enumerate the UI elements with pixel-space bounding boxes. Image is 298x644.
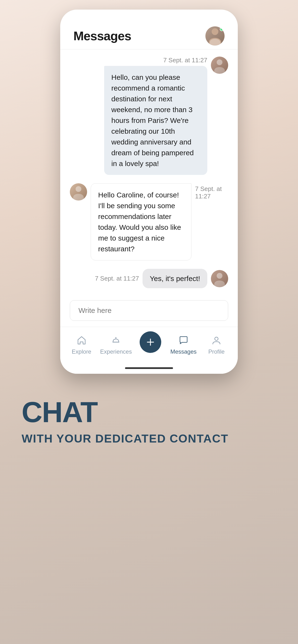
- message-bubble-simple: Yes, it's perfect!: [142, 269, 207, 288]
- status-bar: [60, 10, 238, 22]
- phone-frame: Messages 7 Sept. at 11:27 Hello, can you…: [60, 10, 238, 374]
- nav-item-add[interactable]: [136, 331, 165, 358]
- chat-icon: [177, 334, 190, 346]
- nav-item-messages[interactable]: Messages: [169, 334, 198, 355]
- add-button[interactable]: [140, 331, 161, 353]
- chat-title: CHAT: [22, 398, 276, 426]
- person-icon: [210, 334, 223, 346]
- agent-avatar: [70, 183, 87, 200]
- online-status-dot: [220, 27, 224, 31]
- nav-label-experiences: Experiences: [100, 348, 132, 355]
- table-row: Hello Caroline, of course! I'll be sendi…: [70, 183, 228, 260]
- messages-area: 7 Sept. at 11:27 Hello, can you please r…: [60, 49, 238, 296]
- message-bubble-incoming: Hello Caroline, of course! I'll be sendi…: [91, 183, 192, 260]
- nav-item-experiences[interactable]: Experiences: [100, 334, 132, 355]
- message-input[interactable]: [70, 300, 228, 321]
- home-indicator-bar: [125, 367, 173, 369]
- message-timestamp: 7 Sept. at 11:27: [195, 185, 222, 200]
- message-timestamp: 7 Sept. at 11:27: [95, 275, 139, 282]
- svg-point-2: [115, 337, 116, 338]
- nav-item-profile[interactable]: Profile: [202, 334, 231, 355]
- write-input-area: [60, 296, 238, 327]
- home-icon: [75, 334, 88, 346]
- page-title: Messages: [73, 29, 131, 43]
- nav-item-explore[interactable]: Explore: [67, 334, 96, 355]
- user-avatar-2: [211, 270, 228, 287]
- message-bubble-outgoing: Hello, can you please recommend a romant…: [104, 66, 207, 175]
- bottom-navigation: Explore Experiences: [60, 327, 238, 365]
- table-row: 7 Sept. at 11:27 Hello, can you please r…: [70, 56, 228, 175]
- home-indicator: [60, 365, 238, 374]
- cloche-icon: [110, 334, 122, 346]
- table-row: 7 Sept. at 11:27 Yes, it's perfect!: [70, 269, 228, 288]
- header-avatar: [205, 26, 225, 46]
- user-avatar: [211, 56, 228, 74]
- chat-subtitle: WITH YOUR DEDICATED CONTACT: [22, 431, 276, 446]
- nav-label-explore: Explore: [72, 348, 91, 355]
- nav-label-profile: Profile: [208, 348, 225, 355]
- svg-point-5: [215, 337, 218, 340]
- message-timestamp: 7 Sept. at 11:27: [163, 56, 207, 64]
- app-header: Messages: [60, 22, 238, 49]
- nav-label-messages: Messages: [170, 348, 197, 355]
- chat-section: CHAT WITH YOUR DEDICATED CONTACT: [0, 374, 298, 465]
